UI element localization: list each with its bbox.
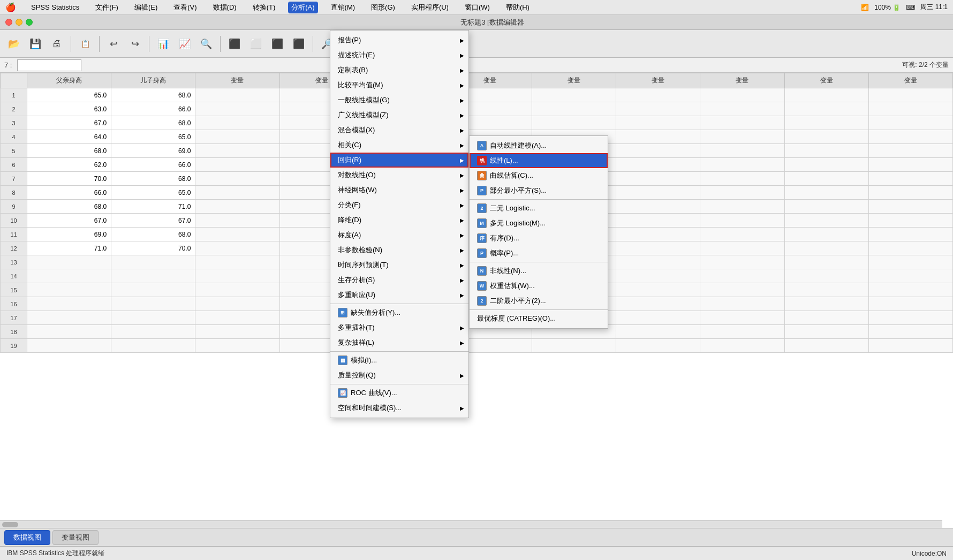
empty-cell[interactable] [868,255,952,269]
empty-cell[interactable] [364,158,448,172]
empty-cell[interactable] [532,130,616,144]
empty-cell[interactable] [364,214,448,228]
empty-cell[interactable] [364,311,448,325]
empty-cell[interactable] [195,214,279,228]
empty-cell[interactable] [195,241,279,255]
menu-transform[interactable]: 转换(T) [249,2,279,13]
col-header-var6[interactable]: 变量 [448,73,532,88]
empty-cell[interactable] [364,283,448,297]
empty-cell[interactable] [448,325,532,339]
cell-sonheight[interactable] [111,311,195,325]
empty-cell[interactable] [532,200,616,214]
empty-cell[interactable] [616,283,700,297]
empty-cell[interactable] [784,102,868,116]
cell-sonheight[interactable]: 65.0 [111,186,195,200]
empty-cell[interactable] [700,200,784,214]
empty-cell[interactable] [616,297,700,311]
weight-cases[interactable]: ⬛ [289,34,308,54]
empty-cell[interactable] [700,186,784,200]
col-header-var8[interactable]: 变量 [616,73,700,88]
empty-cell[interactable] [784,130,868,144]
menu-help[interactable]: 帮助(H) [503,2,533,13]
empty-cell[interactable] [616,144,700,158]
empty-cell[interactable] [195,144,279,158]
empty-cell[interactable] [364,228,448,241]
empty-cell[interactable] [195,297,279,311]
empty-cell[interactable] [279,130,364,144]
empty-cell[interactable] [868,172,952,186]
menu-analyze[interactable]: 分析(A) [288,2,317,13]
empty-cell[interactable] [616,269,700,283]
empty-cell[interactable] [195,339,279,353]
col-header-var3[interactable]: 变量 [195,73,279,88]
cell-sonheight[interactable]: 66.0 [111,158,195,172]
empty-cell[interactable] [279,172,364,186]
cell-fatherheight[interactable]: 62.0 [27,158,111,172]
empty-cell[interactable] [279,158,364,172]
empty-cell[interactable] [868,130,952,144]
empty-cell[interactable] [616,130,700,144]
empty-cell[interactable] [784,325,868,339]
empty-cell[interactable] [784,116,868,130]
empty-cell[interactable] [279,255,364,269]
empty-cell[interactable] [448,116,532,130]
empty-cell[interactable] [532,88,616,102]
cell-fatherheight[interactable] [27,311,111,325]
empty-cell[interactable] [195,88,279,102]
empty-cell[interactable] [532,172,616,186]
empty-cell[interactable] [364,255,448,269]
empty-cell[interactable] [700,255,784,269]
cell-sonheight[interactable]: 66.0 [111,102,195,116]
empty-cell[interactable] [279,228,364,241]
empty-cell[interactable] [868,241,952,255]
empty-cell[interactable] [700,269,784,283]
empty-cell[interactable] [700,144,784,158]
empty-cell[interactable] [195,325,279,339]
empty-cell[interactable] [784,241,868,255]
empty-cell[interactable] [448,102,532,116]
empty-cell[interactable] [784,88,868,102]
cell-fatherheight[interactable]: 70.0 [27,172,111,186]
empty-cell[interactable] [279,200,364,214]
empty-cell[interactable] [195,116,279,130]
find[interactable]: 🔍 [196,34,216,54]
cell-sonheight[interactable] [111,297,195,311]
empty-cell[interactable] [195,200,279,214]
empty-cell[interactable] [364,130,448,144]
empty-cell[interactable] [448,186,532,200]
empty-cell[interactable] [868,144,952,158]
cell-fatherheight[interactable]: 67.0 [27,214,111,228]
empty-cell[interactable] [532,214,616,228]
empty-cell[interactable] [279,269,364,283]
empty-cell[interactable] [700,172,784,186]
empty-cell[interactable] [448,88,532,102]
empty-cell[interactable] [532,116,616,130]
empty-cell[interactable] [616,200,700,214]
goto-data[interactable]: 📊 [154,34,173,54]
cell-sonheight[interactable]: 71.0 [111,200,195,214]
empty-cell[interactable] [279,339,364,353]
empty-cell[interactable] [448,255,532,269]
empty-cell[interactable] [364,200,448,214]
empty-cell[interactable] [868,228,952,241]
col-header-fatherheight[interactable]: 父亲身高 [27,73,111,88]
empty-cell[interactable] [868,88,952,102]
maximize-button[interactable] [26,19,33,26]
empty-cell[interactable] [195,283,279,297]
empty-cell[interactable] [532,144,616,158]
undo-button[interactable]: ↩ [104,34,123,54]
empty-cell[interactable] [616,172,700,186]
empty-cell[interactable] [784,283,868,297]
empty-cell[interactable] [700,102,784,116]
empty-cell[interactable] [448,158,532,172]
col-header-sonheight[interactable]: 儿子身高 [111,73,195,88]
empty-cell[interactable] [700,158,784,172]
open-button[interactable]: 📂 [4,34,24,54]
col-header-var11[interactable]: 变量 [868,73,952,88]
insert-cases[interactable]: ⬛ [225,34,244,54]
empty-cell[interactable] [616,102,700,116]
empty-cell[interactable] [532,339,616,353]
empty-cell[interactable] [364,297,448,311]
save-button[interactable]: 💾 [26,34,45,54]
redo-button[interactable]: ↪ [125,34,145,54]
